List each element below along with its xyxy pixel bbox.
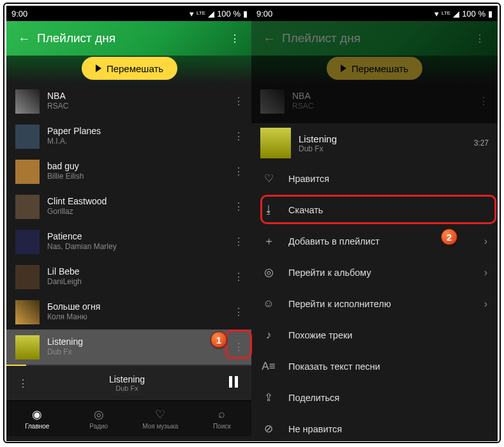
track-title: NBA [47,91,219,102]
phone-right: 9:00 ▾ LTE ◢ 100 % ▮ ← Плейлист дня ⋮ Пе… [251,6,498,441]
nav-radio[interactable]: ◎ Радио [68,401,130,436]
phone-left: 9:00 ▾ LTE ◢ 100 % ▮ ← Плейлист дня ⋮ Пе… [6,6,253,441]
artist-icon: ☺ [262,298,276,310]
track-artwork [15,125,40,149]
status-time: 9:00 [11,9,27,19]
track-more-button[interactable]: ⋮ [227,271,250,283]
context-menu: ♡ Нравится ⭳ Скачать ＋ Добавить в плейли… [251,163,498,441]
mini-more-button[interactable]: ⋮ [11,377,34,390]
signal-icon: ◢ [453,9,459,19]
app-header: ← Плейлист дня ⋮ [6,21,253,56]
track-artwork [15,265,40,289]
track-artist: Gorillaz [47,207,219,217]
nav-home[interactable]: ◉ Главное [6,401,68,436]
wifi-icon: ▾ [434,9,439,19]
track-title: Больше огня [47,301,219,312]
lte-icon: LTE [441,11,450,16]
nav-mymusic[interactable]: ♡ Моя музыка [130,401,191,436]
menu-download[interactable]: ⭳ Скачать [251,194,498,225]
track-title: Listening [47,337,219,347]
track-row[interactable]: Lil Bebe DaniLeigh ⋮ [6,259,253,294]
track-artwork [15,230,40,254]
battery-icon: ▮ [488,9,493,19]
wifi-icon: ▾ [189,9,194,19]
track-title: bad guy [47,161,219,172]
track-artwork [15,195,40,219]
track-title: Clint Eastwood [47,196,219,207]
status-time: 9:00 [256,9,272,19]
battery-percent: 100 % [462,9,485,19]
track-more-button[interactable]: ⋮ [227,130,250,142]
shuffle-button[interactable]: Перемешать [82,57,177,80]
track-row[interactable]: NBA RSAC ⋮ [6,84,253,119]
battery-percent: 100 % [217,9,241,19]
context-track-header: Listening Dub Fx 3:27 [251,123,498,163]
shuffle-button: Перемешать [327,57,422,80]
header-more-button[interactable]: ⋮ [222,33,248,45]
track-artwork [15,335,40,360]
signal-icon: ◢ [208,9,214,19]
play-icon [96,64,101,72]
track-artist: RSAC [47,102,219,112]
track-more-button[interactable]: ⋮ [227,95,250,107]
menu-dislike[interactable]: ⊘ Не нравится [251,413,498,441]
menu-goto-album[interactable]: ◎ Перейти к альбому › [251,257,498,288]
track-row[interactable]: bad guy Billie Eilish ⋮ [6,154,253,189]
chevron-right-icon: › [484,298,487,310]
track-artist: M.I.A. [47,137,219,147]
track-more-button[interactable]: ⋮ [227,236,250,248]
pause-icon [229,376,238,388]
play-icon [341,64,346,72]
chevron-right-icon: › [484,267,487,278]
track-title: Lil Bebe [47,266,219,277]
similar-icon: ♪ [262,329,276,342]
context-artwork [260,128,291,158]
album-icon: ◎ [262,266,276,279]
page-title: Плейлист дня [37,31,222,45]
lyrics-icon: A≡ [262,360,276,373]
track-more-button[interactable]: ⋮ [227,341,250,353]
plus-icon: ＋ [262,234,276,248]
back-button: ← [256,31,282,46]
track-row[interactable]: Listening Dub Fx ⋮ [6,330,253,365]
menu-similar[interactable]: ♪ Похожие треки [251,319,498,351]
menu-add-playlist[interactable]: ＋ Добавить в плейлист › [251,225,498,257]
track-row[interactable]: Patience Nas, Damian Marley ⋮ [6,224,253,259]
header-more-button: ⋮ [467,33,493,45]
track-row: NBA RSAC ⋮ [251,84,498,119]
mini-artist: Dub Fx [34,384,219,392]
track-row[interactable]: Paper Planes M.I.A. ⋮ [6,119,253,154]
menu-share[interactable]: ⇪ Поделиться [251,382,498,413]
lte-icon: LTE [196,11,205,16]
track-artist: Nas, Damian Marley [47,242,219,252]
track-artwork [15,160,40,184]
track-more-button[interactable]: ⋮ [227,165,250,178]
track-artwork [260,89,285,114]
pause-button[interactable] [219,376,248,391]
mini-player[interactable]: ⋮ Listening Dub Fx [6,366,253,400]
battery-icon: ▮ [243,9,248,19]
track-artist: DaniLeigh [47,277,219,287]
background-dim: ← Плейлист дня ⋮ Перемешать NBA RSAC ⋮ [251,21,498,123]
home-icon: ◉ [32,408,42,421]
download-icon: ⭳ [262,204,276,216]
menu-like[interactable]: ♡ Нравится [251,163,498,194]
bottom-nav: ◉ Главное ◎ Радио ♡ Моя музыка ⌕ Поиск [6,400,253,436]
nav-search[interactable]: ⌕ Поиск [191,401,253,436]
track-more-button[interactable]: ⋮ [227,306,250,318]
back-button[interactable]: ← [11,31,37,46]
menu-lyrics[interactable]: A≡ Показать текст песни [251,351,498,382]
share-icon: ⇪ [262,391,276,404]
track-row[interactable]: Больше огня Коля Маню ⋮ [6,294,253,330]
search-icon: ⌕ [218,408,225,421]
menu-goto-artist[interactable]: ☺ Перейти к исполнителю › [251,288,498,319]
shuffle-row: Перемешать [6,56,253,84]
track-row[interactable]: Clint Eastwood Gorillaz ⋮ [6,189,253,224]
context-duration: 3:27 [474,139,489,148]
track-more-button[interactable]: ⋮ [227,201,250,213]
shuffle-label: Перемешать [107,63,163,74]
track-artwork [15,89,40,114]
mini-title: Listening [34,374,219,384]
status-bar: 9:00 ▾ LTE ◢ 100 % ▮ [251,6,498,21]
heart-icon: ♡ [262,172,276,185]
